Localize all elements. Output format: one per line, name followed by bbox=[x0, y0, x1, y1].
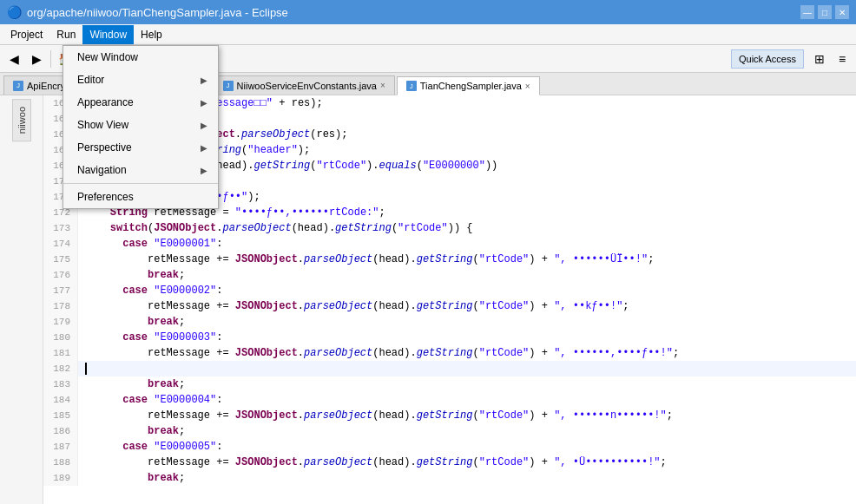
menu-preferences[interactable]: Preferences bbox=[63, 186, 218, 208]
minimize-button[interactable]: — bbox=[800, 5, 814, 19]
line-content: case "E0000005": bbox=[78, 441, 222, 453]
window-dropdown-menu: New Window Editor ▶ Appearance ▶ Show Vi… bbox=[63, 45, 219, 209]
line-num: 173 bbox=[43, 220, 78, 236]
navigation-arrow: ▶ bbox=[201, 166, 207, 175]
maximize-button[interactable]: □ bbox=[818, 5, 832, 19]
perspective-arrow: ▶ bbox=[201, 143, 207, 153]
line-content: retMessage += JSONObject.parseObject(hea… bbox=[78, 456, 667, 468]
new-window-label: New Window bbox=[77, 51, 138, 63]
table-row: 181 retMessage += JSONObject.parseObject… bbox=[43, 345, 856, 361]
title-bar: 🔵 org/apache/niiwoo/TianChengSampler.jav… bbox=[0, 0, 856, 24]
line-num: 178 bbox=[43, 298, 78, 314]
line-num: 179 bbox=[43, 314, 78, 330]
appearance-arrow: ▶ bbox=[201, 98, 207, 108]
line-content: break; bbox=[78, 316, 185, 328]
line-num: 174 bbox=[43, 236, 78, 252]
tab-close-tiancheng[interactable]: × bbox=[525, 82, 530, 91]
line-num: 186 bbox=[43, 423, 78, 439]
line-num: 183 bbox=[43, 376, 78, 392]
quick-access-button[interactable]: Quick Access bbox=[731, 49, 804, 69]
line-content: retMessage += JSONObject.parseObject(hea… bbox=[78, 409, 673, 422]
menu-help[interactable]: Help bbox=[134, 25, 169, 44]
line-content: case "E0000003": bbox=[78, 331, 222, 344]
table-row: 174 case "E0000001": bbox=[43, 236, 856, 252]
toolbar-sep1 bbox=[50, 50, 51, 68]
tab-niiwooservice[interactable]: J NiiwooServiceEnvConstants.java × bbox=[214, 75, 395, 95]
tab-tiancheng[interactable]: J TianChengSampler.java × bbox=[397, 76, 540, 95]
table-row: 187 case "E0000005": bbox=[43, 439, 856, 455]
menu-appearance[interactable]: Appearance ▶ bbox=[63, 91, 218, 114]
line-content: case "E0000002": bbox=[78, 285, 222, 297]
table-row: 189 break; bbox=[43, 470, 856, 486]
side-panel-tab[interactable]: niiwoo bbox=[12, 99, 31, 141]
line-num: 176 bbox=[43, 267, 78, 283]
line-content: break; bbox=[78, 425, 185, 437]
menu-project[interactable]: Project bbox=[3, 25, 49, 44]
line-content: retMessage += JSONObject.parseObject(hea… bbox=[78, 347, 679, 359]
line-content: switch(JSONObject.parseObject(head).getS… bbox=[78, 222, 473, 234]
title-bar-title: org/apache/niiwoo/TianChengSampler.java … bbox=[27, 6, 288, 19]
tab-icon-tiancheng: J bbox=[406, 81, 417, 91]
line-content: case "E0000001": bbox=[78, 238, 222, 250]
table-row: 177 case "E0000002": bbox=[43, 283, 856, 298]
title-bar-left: 🔵 org/apache/niiwoo/TianChengSampler.jav… bbox=[7, 5, 288, 19]
table-row: 182 bbox=[43, 361, 856, 376]
line-content: break; bbox=[78, 378, 185, 390]
table-row: 186 break; bbox=[43, 423, 856, 439]
table-row: 178 retMessage += JSONObject.parseObject… bbox=[43, 298, 856, 314]
title-bar-controls: — □ ✕ bbox=[800, 5, 849, 19]
toolbar-back-btn[interactable]: ◀ bbox=[3, 49, 24, 69]
show-view-arrow: ▶ bbox=[201, 121, 207, 130]
line-num: 184 bbox=[43, 392, 78, 408]
line-num: 185 bbox=[43, 408, 78, 423]
line-num: 175 bbox=[43, 252, 78, 267]
table-row: 179 break; bbox=[43, 314, 856, 330]
table-row: 188 retMessage += JSONObject.parseObject… bbox=[43, 455, 856, 470]
menu-editor[interactable]: Editor ▶ bbox=[63, 69, 218, 91]
navigation-label: Navigation bbox=[77, 164, 127, 176]
tab-icon-niiwooservice: J bbox=[223, 81, 234, 91]
menu-new-window[interactable]: New Window bbox=[63, 46, 218, 69]
line-num: 189 bbox=[43, 470, 78, 486]
preferences-label: Preferences bbox=[77, 191, 134, 203]
line-num: 188 bbox=[43, 455, 78, 470]
appearance-label: Appearance bbox=[77, 96, 134, 108]
line-content: case "E0000004": bbox=[78, 394, 222, 406]
editor-label: Editor bbox=[77, 74, 104, 86]
menu-navigation[interactable]: Navigation ▶ bbox=[63, 159, 218, 181]
line-content: retMessage += JSONObject.parseObject(hea… bbox=[78, 300, 629, 312]
menu-bar: Project Run Window Help New Window Edito… bbox=[0, 24, 856, 45]
tab-close-niiwooservice[interactable]: × bbox=[380, 81, 385, 90]
tab-label-tiancheng: TianChengSampler.java bbox=[420, 81, 522, 91]
menu-show-view[interactable]: Show View ▶ bbox=[63, 114, 218, 136]
line-content bbox=[78, 363, 93, 375]
toolbar-layout-btn[interactable]: ⊞ bbox=[809, 49, 830, 69]
table-row: 173 switch(JSONObject.parseObject(head).… bbox=[43, 220, 856, 236]
line-num: 180 bbox=[43, 330, 78, 345]
show-view-label: Show View bbox=[77, 119, 128, 131]
side-panel: niiwoo bbox=[0, 95, 43, 504]
line-num: 177 bbox=[43, 283, 78, 298]
perspective-label: Perspective bbox=[77, 141, 132, 154]
toolbar-forward-btn[interactable]: ▶ bbox=[26, 49, 47, 69]
menu-run[interactable]: Run bbox=[49, 25, 82, 44]
table-row: 180 case "E0000003": bbox=[43, 330, 856, 345]
tab-label-niiwooservice: NiiwooServiceEnvConstants.java bbox=[237, 81, 377, 91]
line-num: 187 bbox=[43, 439, 78, 455]
line-content: retMessage += JSONObject.parseObject(hea… bbox=[78, 253, 654, 265]
app-icon: 🔵 bbox=[7, 5, 22, 19]
menu-perspective[interactable]: Perspective ▶ bbox=[63, 136, 218, 159]
line-content: break; bbox=[78, 472, 185, 484]
table-row: 184 case "E0000004": bbox=[43, 392, 856, 408]
table-row: 176 break; bbox=[43, 267, 856, 283]
editor-arrow: ▶ bbox=[201, 75, 207, 85]
line-num: 181 bbox=[43, 345, 78, 361]
menu-window[interactable]: Window bbox=[82, 25, 134, 44]
toolbar-extra-btn[interactable]: ≡ bbox=[832, 49, 853, 69]
table-row: 183 break; bbox=[43, 376, 856, 392]
close-button[interactable]: ✕ bbox=[835, 5, 849, 19]
tab-icon-apiencrypt: J bbox=[13, 81, 23, 91]
menu-separator bbox=[63, 183, 218, 184]
table-row: 175 retMessage += JSONObject.parseObject… bbox=[43, 252, 856, 267]
table-row: 185 retMessage += JSONObject.parseObject… bbox=[43, 408, 856, 423]
